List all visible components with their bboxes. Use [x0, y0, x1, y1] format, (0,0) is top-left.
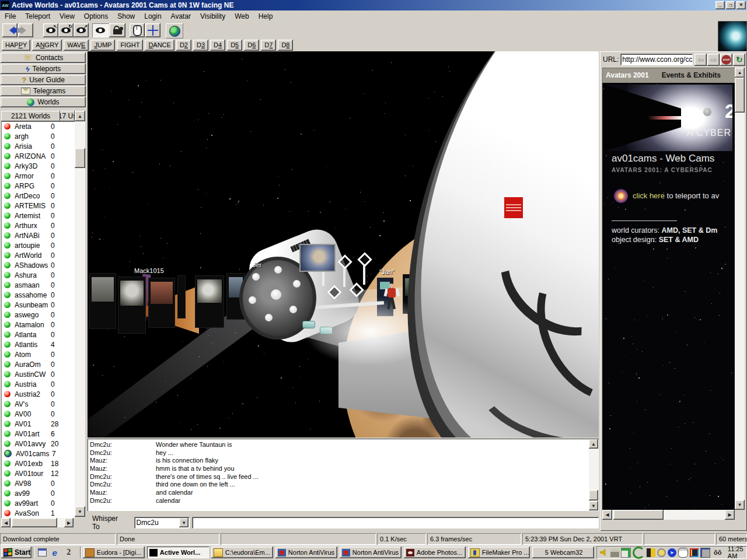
world-list-item[interactable]: assahome 0 [1, 290, 75, 300]
whisper-target-combobox[interactable]: Dmc2u ▼ [134, 517, 190, 528]
camera-view-button[interactable] [109, 23, 125, 37]
world-list-item[interactable]: AV01cams 7 [1, 449, 75, 459]
task-button[interactable]: Norton AntiVirus [275, 547, 337, 558]
world-list-item[interactable]: Areta 0 [1, 121, 75, 131]
world-list-item[interactable]: aswego 0 [1, 310, 75, 320]
world-list-item[interactable]: ARTEMIS 0 [1, 201, 75, 211]
web-scroll-down-button[interactable]: ▼ [735, 500, 745, 510]
gesture-button[interactable]: JUMP [90, 40, 115, 51]
web-refresh-button[interactable]: ↻ [733, 54, 745, 66]
gesture-button[interactable]: WAVE [64, 40, 89, 51]
world-hscroll-right-button[interactable]: ▶ [64, 518, 74, 527]
world-list-item[interactable]: Ashura 0 [1, 270, 75, 280]
world-list-item[interactable]: ARIZONA 0 [1, 151, 75, 161]
webcam-eyes-icon[interactable]: õõ [712, 548, 724, 557]
sidebar-item-telegrams[interactable]: Telegrams [1, 86, 86, 96]
chat-scroll-down-button[interactable]: ▼ [589, 501, 598, 510]
minimize-button[interactable]: _ [715, 1, 725, 9]
forward-button[interactable] [18, 23, 33, 37]
look-around-button[interactable]: ↻ [58, 23, 74, 37]
menu-item[interactable]: File [0, 11, 20, 22]
menu-item[interactable]: Teleport [20, 11, 55, 22]
world-list-item[interactable]: AuraOm 0 [1, 359, 75, 369]
web-back-button[interactable]: ⇦ [694, 54, 707, 66]
world-list-item[interactable]: Arky3D 0 [1, 161, 75, 171]
world-list-item[interactable]: asmaan 0 [1, 280, 75, 290]
gesture-button[interactable]: D3 [193, 40, 208, 51]
world-list-item[interactable]: ArtDeco 0 [1, 191, 75, 201]
gesture-button[interactable]: FIGHT [117, 40, 143, 51]
move-mode-button[interactable] [145, 23, 160, 37]
quicktime-icon[interactable] [633, 547, 645, 559]
task-button[interactable]: Adobe Photos... [404, 547, 466, 558]
world-list-item[interactable]: ARPG 0 [1, 181, 75, 191]
menu-item[interactable]: View [55, 11, 79, 22]
menu-item[interactable]: Help [254, 11, 278, 22]
menu-item[interactable]: Web [230, 11, 253, 22]
world-list-item[interactable]: AV00 0 [1, 409, 75, 419]
world-list-item[interactable]: artoupie 0 [1, 240, 75, 250]
sidebar-item-worlds[interactable]: Worlds [1, 97, 86, 107]
chat-input[interactable] [192, 517, 599, 528]
galaxy-spiral-icon[interactable] [614, 189, 628, 203]
gesture-button[interactable]: ANGRY [32, 40, 62, 51]
sidebar-item-teleports[interactable]: ϟTeleports [1, 64, 86, 74]
world-list-item[interactable]: Atlantis 4 [1, 340, 75, 349]
world-list-item[interactable]: Arisia 0 [1, 141, 75, 151]
web-globe-button[interactable] [166, 23, 183, 38]
world-scrollbar-track[interactable] [75, 121, 85, 506]
first-person-view-button[interactable] [92, 23, 109, 37]
task-button[interactable]: C:\eudora\Em... [211, 547, 273, 558]
display-colors-icon[interactable] [690, 548, 699, 557]
world-list-item[interactable]: argh 0 [1, 131, 75, 141]
world-list-item[interactable]: Armor 0 [1, 171, 75, 181]
monitor-icon[interactable] [700, 548, 710, 558]
world-list-item[interactable]: AV01tour 12 [1, 468, 75, 478]
look-up-button[interactable]: ↗ [74, 23, 89, 37]
tab-avatars-2001[interactable]: Avatars 2001 [606, 71, 649, 79]
tab-events-exhibits[interactable]: Events & Exhibits [662, 71, 721, 79]
3d-viewport[interactable]: Mack1015 Jer "Jan" [88, 51, 599, 438]
web-scrollbar-thumb[interactable] [735, 78, 745, 113]
url-input[interactable]: http://www.ccon.org/cc [620, 54, 693, 65]
gesture-button[interactable]: HAPPY [2, 40, 30, 51]
task-button[interactable]: Norton AntiVirus [340, 547, 402, 558]
world-list-item[interactable]: AustinCW 0 [1, 369, 75, 379]
mouse-settings-icon[interactable] [678, 548, 688, 558]
task-button[interactable]: Active Worl... [147, 547, 209, 558]
web-forward-button[interactable]: ⇨ [707, 54, 720, 66]
world-list-item[interactable]: Arthurx 0 [1, 220, 75, 230]
sidebar-item-contacts[interactable]: ☏Contacts [1, 52, 86, 63]
teleport-link[interactable]: click here [633, 191, 665, 200]
quicklaunch-2-icon[interactable]: 2 [64, 547, 79, 558]
gesture-button[interactable]: D5 [227, 40, 242, 51]
web-stop-button[interactable]: STOP [720, 54, 732, 66]
volume-icon[interactable] [600, 548, 609, 557]
menu-item[interactable]: Options [79, 11, 113, 22]
close-button[interactable]: × [736, 1, 746, 9]
mouse-mode-button[interactable] [130, 23, 145, 37]
gesture-button[interactable]: DANCE [145, 40, 174, 51]
web-hscrollbar-thumb[interactable] [613, 510, 664, 520]
gesture-button[interactable]: D2 [176, 40, 191, 51]
package-icon[interactable] [610, 548, 619, 557]
worlds-count-tab[interactable]: 2121 Worlds [1, 111, 60, 121]
show-desktop-icon[interactable] [36, 547, 50, 558]
world-list-item[interactable]: av99art 0 [1, 498, 75, 508]
web-scroll-up-button[interactable]: ▲ [735, 68, 745, 78]
task-button[interactable]: 5 Webcam32 [532, 547, 594, 558]
restore-button[interactable]: ❐ [726, 1, 735, 9]
world-list-item[interactable]: AV's 0 [1, 399, 75, 409]
gesture-button[interactable]: D8 [278, 40, 293, 51]
world-scrollbar-thumb[interactable] [75, 148, 85, 168]
combobox-dropdown-button[interactable]: ▼ [179, 518, 189, 527]
world-list-item[interactable]: AV01 28 [1, 419, 75, 429]
menu-item[interactable]: Login [139, 11, 166, 22]
web-hscroll-left-button[interactable]: ◀ [602, 510, 612, 520]
internet-explorer-icon[interactable]: e [50, 547, 65, 558]
task-button[interactable]: Eudora - [Digi... [83, 547, 145, 558]
menu-item[interactable]: Visibility [196, 11, 230, 22]
lightbulb-icon[interactable] [657, 548, 666, 557]
gesture-button[interactable]: D4 [210, 40, 225, 51]
menu-item[interactable]: Show [113, 11, 139, 22]
